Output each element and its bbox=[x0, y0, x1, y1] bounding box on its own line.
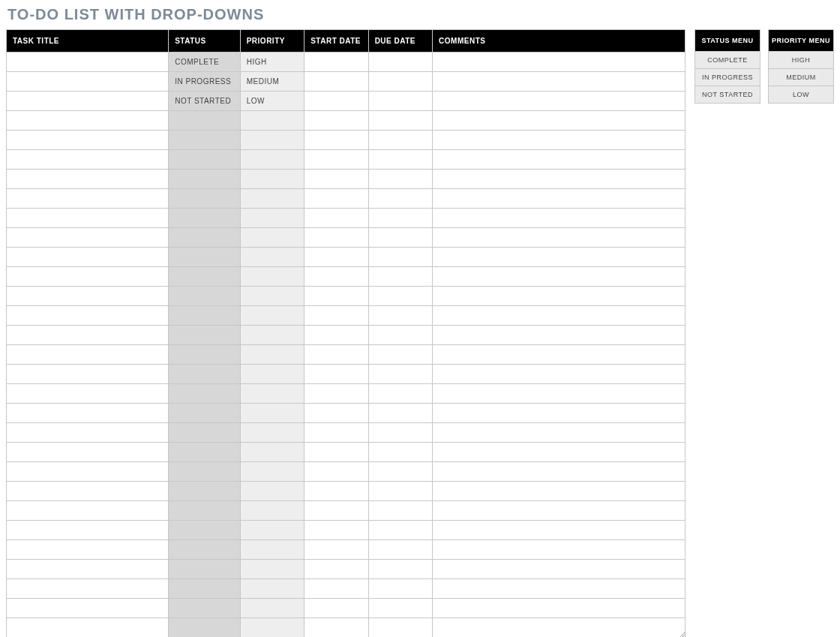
task-title-cell[interactable] bbox=[7, 501, 169, 521]
priority-cell[interactable] bbox=[240, 111, 304, 131]
comments-cell[interactable] bbox=[433, 111, 686, 131]
task-title-cell[interactable] bbox=[7, 579, 169, 599]
priority-cell[interactable] bbox=[240, 501, 304, 521]
priority-cell[interactable] bbox=[240, 560, 304, 579]
status-cell[interactable] bbox=[169, 579, 241, 599]
priority-cell[interactable] bbox=[240, 150, 304, 170]
due-date-cell[interactable] bbox=[368, 482, 432, 501]
task-title-cell[interactable] bbox=[7, 599, 169, 618]
status-cell[interactable] bbox=[169, 384, 241, 404]
priority-cell[interactable] bbox=[240, 248, 304, 267]
start-date-cell[interactable] bbox=[304, 111, 368, 131]
task-title-cell[interactable] bbox=[7, 170, 169, 189]
comments-cell[interactable] bbox=[433, 248, 686, 267]
start-date-cell[interactable] bbox=[304, 189, 368, 209]
start-date-cell[interactable] bbox=[304, 443, 368, 462]
status-cell[interactable] bbox=[169, 345, 241, 365]
start-date-cell[interactable] bbox=[304, 287, 368, 306]
priority-menu-item[interactable]: HIGH bbox=[769, 52, 834, 69]
status-cell[interactable] bbox=[169, 326, 241, 345]
start-date-cell[interactable] bbox=[304, 267, 368, 287]
status-cell[interactable]: COMPLETE bbox=[169, 53, 241, 72]
due-date-cell[interactable] bbox=[368, 501, 432, 521]
due-date-cell[interactable] bbox=[368, 72, 432, 92]
due-date-cell[interactable] bbox=[368, 326, 432, 345]
priority-cell[interactable] bbox=[240, 131, 304, 150]
start-date-cell[interactable] bbox=[304, 501, 368, 521]
start-date-cell[interactable] bbox=[304, 521, 368, 540]
task-title-cell[interactable] bbox=[7, 345, 169, 365]
comments-cell[interactable] bbox=[433, 482, 686, 501]
due-date-cell[interactable] bbox=[368, 599, 432, 618]
due-date-cell[interactable] bbox=[368, 53, 432, 72]
task-title-cell[interactable] bbox=[7, 306, 169, 326]
comments-cell[interactable] bbox=[433, 423, 686, 443]
task-title-cell[interactable] bbox=[7, 72, 169, 92]
comments-cell[interactable] bbox=[433, 384, 686, 404]
task-title-cell[interactable] bbox=[7, 189, 169, 209]
due-date-cell[interactable] bbox=[368, 365, 432, 384]
comments-cell[interactable] bbox=[433, 443, 686, 462]
task-title-cell[interactable] bbox=[7, 404, 169, 423]
start-date-cell[interactable] bbox=[304, 150, 368, 170]
priority-cell[interactable] bbox=[240, 287, 304, 306]
due-date-cell[interactable] bbox=[368, 228, 432, 248]
comments-cell[interactable] bbox=[433, 560, 686, 579]
priority-menu-item[interactable]: LOW bbox=[769, 86, 834, 104]
start-date-cell[interactable] bbox=[304, 248, 368, 267]
status-cell[interactable] bbox=[169, 228, 241, 248]
status-cell[interactable] bbox=[169, 150, 241, 170]
due-date-cell[interactable] bbox=[368, 150, 432, 170]
priority-cell[interactable]: MEDIUM bbox=[240, 72, 304, 92]
comments-cell[interactable] bbox=[433, 404, 686, 423]
comments-cell[interactable] bbox=[433, 228, 686, 248]
task-title-cell[interactable] bbox=[7, 267, 169, 287]
start-date-cell[interactable] bbox=[304, 579, 368, 599]
priority-menu-item[interactable]: MEDIUM bbox=[769, 69, 834, 86]
task-title-cell[interactable] bbox=[7, 228, 169, 248]
start-date-cell[interactable] bbox=[304, 423, 368, 443]
due-date-cell[interactable] bbox=[368, 111, 432, 131]
priority-cell[interactable] bbox=[240, 384, 304, 404]
start-date-cell[interactable] bbox=[304, 326, 368, 345]
start-date-cell[interactable] bbox=[304, 540, 368, 560]
comments-cell[interactable] bbox=[433, 72, 686, 92]
priority-cell[interactable] bbox=[240, 306, 304, 326]
priority-cell[interactable] bbox=[240, 540, 304, 560]
status-cell[interactable] bbox=[169, 599, 241, 618]
status-cell[interactable] bbox=[169, 540, 241, 560]
task-title-cell[interactable] bbox=[7, 540, 169, 560]
status-cell[interactable]: NOT STARTED bbox=[169, 92, 241, 111]
priority-cell[interactable] bbox=[240, 365, 304, 384]
priority-cell[interactable] bbox=[240, 599, 304, 618]
status-cell[interactable] bbox=[169, 462, 241, 482]
comments-cell[interactable] bbox=[433, 53, 686, 72]
priority-cell[interactable] bbox=[240, 579, 304, 599]
comments-cell[interactable] bbox=[433, 170, 686, 189]
task-title-cell[interactable] bbox=[7, 53, 169, 72]
priority-cell[interactable]: LOW bbox=[240, 92, 304, 111]
status-cell[interactable]: IN PROGRESS bbox=[169, 72, 241, 92]
start-date-cell[interactable] bbox=[304, 131, 368, 150]
due-date-cell[interactable] bbox=[368, 189, 432, 209]
status-cell[interactable] bbox=[169, 111, 241, 131]
task-title-cell[interactable] bbox=[7, 560, 169, 579]
status-cell[interactable] bbox=[169, 170, 241, 189]
comments-cell[interactable] bbox=[433, 150, 686, 170]
status-cell[interactable] bbox=[169, 560, 241, 579]
due-date-cell[interactable] bbox=[368, 521, 432, 540]
due-date-cell[interactable] bbox=[368, 423, 432, 443]
due-date-cell[interactable] bbox=[368, 540, 432, 560]
task-title-cell[interactable] bbox=[7, 92, 169, 111]
start-date-cell[interactable] bbox=[304, 365, 368, 384]
start-date-cell[interactable] bbox=[304, 345, 368, 365]
task-title-cell[interactable] bbox=[7, 326, 169, 345]
priority-cell[interactable] bbox=[240, 189, 304, 209]
due-date-cell[interactable] bbox=[368, 131, 432, 150]
start-date-cell[interactable] bbox=[304, 384, 368, 404]
start-date-cell[interactable] bbox=[304, 306, 368, 326]
status-cell[interactable] bbox=[169, 287, 241, 306]
comments-cell[interactable] bbox=[433, 540, 686, 560]
task-title-cell[interactable] bbox=[7, 150, 169, 170]
priority-cell[interactable] bbox=[240, 209, 304, 228]
